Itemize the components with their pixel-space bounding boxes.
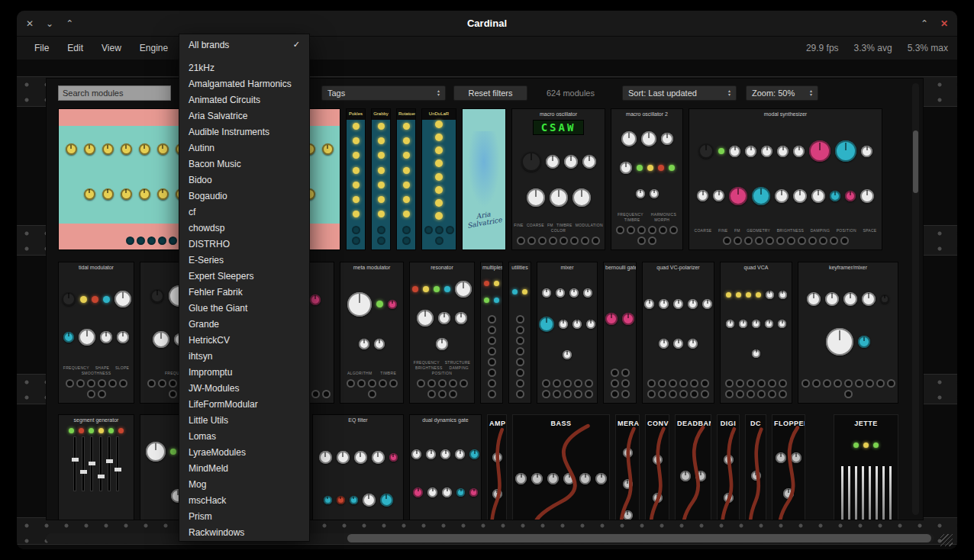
brand-option-cf[interactable]: cf [179,204,309,220]
knob [650,189,659,198]
brand-option-expert-sleepers[interactable]: Expert Sleepers [179,268,309,284]
brand-option-bogaudio[interactable]: Bogaudio [179,188,309,204]
expand-icon[interactable]: ⌃ [921,18,928,29]
module-meta-modulator[interactable]: meta modulatorALGORITHMTIMBRE [340,262,404,404]
vertical-scrollbar-thumb[interactable] [913,130,918,193]
brand-option-fehler-fabrik[interactable]: Fehler Fabrik [179,284,309,300]
port-jack [435,237,443,245]
brand-option-bacon-music[interactable]: Bacon Music [179,156,309,172]
module-modal-synthesizer[interactable]: modal synthesizerCOARSEFINEFMGEOMETRYBRI… [689,108,882,250]
module-dc[interactable]: DCCV [745,414,766,520]
brand-option-label: Grande [189,319,219,330]
brand-option-distrho[interactable]: DISTRHO [179,236,309,252]
brand-option-e-series[interactable]: E-Series [179,252,309,268]
menu-engine[interactable]: Engine [131,40,176,56]
knob [310,294,321,305]
menu-edit[interactable]: Edit [59,40,92,56]
module-digi[interactable]: DIGI [717,414,740,520]
module-undular[interactable]: UnDuLaR [421,108,456,250]
port-jack [87,390,95,398]
brand-option-jw-modules[interactable]: JW-Modules [179,380,309,396]
brand-option-animated-circuits[interactable]: Animated Circuits [179,92,309,108]
port-jack [866,379,874,388]
brand-option-lyraemodules[interactable]: LyraeModules [179,444,309,460]
brand-option-hetrickcv[interactable]: HetrickCV [179,332,309,348]
module-controls [798,271,898,377]
close-icon[interactable]: ✕ [26,18,34,29]
module-quad-vc-polarizer[interactable]: quad VC-polarizer [642,262,714,404]
reset-filters-button[interactable]: Reset filters [453,85,527,101]
slider[interactable] [108,436,111,491]
module-keyframer-mixer[interactable]: keyframer/mixer [798,262,898,404]
slider[interactable] [99,436,102,491]
module-deadband[interactable]: DEADBANDWIDTHGAP [675,414,711,520]
module-untitled[interactable]: Aria Salvatrice [462,108,506,250]
slider[interactable] [90,436,93,491]
brand-option-all-brands[interactable]: All brands✓ [179,37,309,53]
brand-option-mog[interactable]: Mog [179,476,309,492]
shade-up-icon[interactable]: ⌃ [66,18,73,29]
brand-option-lomas[interactable]: Lomas [179,428,309,444]
brand-option-audible-instruments[interactable]: Audible Instruments [179,124,309,140]
module-resonator[interactable]: resonatorFREQUENCYSTRUCTUREBRIGHTNESSDAM… [409,262,475,404]
brand-option-impromptu[interactable]: Impromptu [179,364,309,380]
slider[interactable] [73,436,76,491]
module-amp[interactable]: AMPCVIN [487,414,507,520]
menu-view[interactable]: View [93,40,130,56]
knob [455,449,465,459]
module-dual-dynamics-gate[interactable]: dual dynamics gateSHAPEMOD [409,414,482,520]
brand-option-mindmeld[interactable]: MindMeld [179,460,309,476]
shade-down-icon[interactable]: ⌄ [46,18,53,29]
module-quad-vca[interactable]: quad VCA [720,262,792,404]
module-rotatoes[interactable]: Rotatoes [396,108,416,250]
vertical-scrollbar[interactable] [912,83,919,515]
resize-grip-icon[interactable] [940,534,953,546]
brand-option-amalgamated-harmonics[interactable]: Amalgamated Harmonics [179,76,309,92]
tags-dropdown[interactable]: Tags ▴ ▾ [321,85,446,101]
brand-option-rackwindows[interactable]: Rackwindows [179,524,309,540]
module-title: meta modulator [340,262,403,271]
port-jack [435,226,443,234]
module-eq-filter[interactable]: EQ filterFREQGAIN [312,414,404,520]
sort-dropdown[interactable]: Sort: Last updated ▴ ▾ [622,85,737,101]
slider[interactable] [82,436,85,491]
brand-option-autinn[interactable]: Autinn [179,140,309,156]
horizontal-scrollbar-thumb[interactable] [347,534,931,542]
module-mera[interactable]: MERA [615,414,640,520]
module-grabby[interactable]: Grabby [371,108,391,250]
module-conv[interactable]: CONV [645,414,669,520]
brand-option-grande[interactable]: Grande [179,316,309,332]
brand-option-prism[interactable]: Prism [179,508,309,524]
module-tidal-modulator[interactable]: tidal modulatorFREQUENCYSHAPESLOPESMOOTH… [58,262,134,404]
brand-option-mschack[interactable]: mscHack [179,492,309,508]
module-pokles[interactable]: Pokles [346,108,366,250]
brand-option-glue-the-giant[interactable]: Glue the Giant [179,300,309,316]
module-macro-oscillator[interactable]: macro oscillatorCSAWFINECOARSEFMTIMBREMO… [511,108,605,250]
module-flopper[interactable]: FLOPPERCV [772,414,805,520]
module-utilities[interactable]: utilities [508,262,531,404]
module-title: resonator [410,262,474,271]
brand-option-lifeformmodular[interactable]: LifeFormModular [179,396,309,412]
brand-option-bidoo[interactable]: Bidoo [179,172,309,188]
search-input[interactable] [58,85,171,101]
knob [641,131,656,146]
port-jack [648,226,656,234]
brand-option-little-utils[interactable]: Little Utils [179,412,309,428]
zoom-dropdown[interactable]: Zoom: 50% ▴ ▾ [746,85,818,101]
quit-icon[interactable]: ✕ [940,18,948,29]
brand-option-chowdsp[interactable]: chowdsp [179,220,309,236]
module-segment-generator[interactable]: segment generator [58,414,134,520]
module-bass[interactable]: BASSCUTOFFCVRESONANCEDECAYACCENTENVMOD [512,414,610,520]
module-bernoulli-gate[interactable]: bernoulli gate [603,262,637,404]
titlebar[interactable]: ✕ ⌄ ⌃ Cardinal ⌃ ✕ [17,11,957,37]
brand-option-ihtsyn[interactable]: ihtsyn [179,348,309,364]
led [92,296,98,303]
module-multiples[interactable]: multiples [480,262,503,404]
module-macro-oscillator-2[interactable]: macro oscillator 2FREQUENCYHARMONICSTIMB… [611,108,683,250]
module-mixer[interactable]: mixer [537,262,598,404]
brand-option-aria-salvatrice[interactable]: Aria Salvatrice [179,108,309,124]
menu-file[interactable]: File [26,40,57,56]
slider[interactable] [116,436,119,491]
brand-option-21khz[interactable]: 21kHz [179,60,309,76]
module-jette[interactable]: JETTE [834,414,898,520]
